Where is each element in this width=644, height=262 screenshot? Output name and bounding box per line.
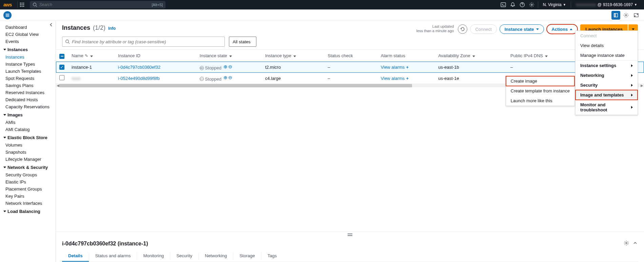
actions-button[interactable]: Actions [547, 24, 578, 34]
table-row[interactable]: ✓ instance-1 i-0d4c797cb0360ef32 Stopped… [56, 62, 644, 73]
cell-instance-id[interactable]: i-0524e490d8d99f8fb [118, 76, 160, 81]
connect-button[interactable]: Connect [470, 24, 496, 34]
tab-storage[interactable]: Storage [233, 250, 261, 262]
panel-splitter[interactable] [56, 232, 644, 238]
sidebar-item-ec2-global-view[interactable]: EC2 Global View [2, 31, 56, 38]
notifications-icon[interactable] [508, 0, 518, 9]
global-search-input[interactable] [39, 2, 152, 7]
details-expand-icon[interactable] [632, 240, 638, 247]
info-link[interactable]: Info [108, 26, 116, 31]
sidebar-section-instances[interactable]: Instances [2, 45, 56, 53]
nav-toggle-button[interactable] [3, 11, 12, 19]
row-checkbox[interactable] [59, 75, 64, 80]
sidebar-item-reserved-instances[interactable]: Reserved Instances [2, 89, 56, 96]
account-menu[interactable]: xxxxxxxxxx @9319-6636-1697 ▼ [572, 2, 641, 7]
sidebar-item-lifecycle-manager[interactable]: Lifecycle Manager [2, 156, 56, 163]
tab-details[interactable]: Details [62, 250, 89, 262]
cell-type: c4.large [262, 73, 325, 84]
tab-networking[interactable]: Networking [199, 250, 233, 262]
row-checkbox[interactable]: ✓ [59, 65, 64, 70]
sidebar-item-dashboard[interactable]: Dashboard [2, 24, 56, 31]
tab-status-alarms[interactable]: Status and alarms [89, 250, 137, 262]
sidebar-section-ebs[interactable]: Elastic Block Store [2, 133, 56, 141]
col-status-check[interactable]: Status check [324, 50, 377, 62]
cell-instance-id[interactable]: i-0d4c797cb0360ef32 [118, 65, 160, 70]
submenu-launch-more[interactable]: Launch more like this [506, 96, 574, 106]
sidebar-item-snapshots[interactable]: Snapshots [2, 149, 56, 156]
menu-connect[interactable]: Connect [575, 31, 638, 41]
submenu-create-template[interactable]: Create template from instance [506, 86, 574, 96]
details-settings-icon[interactable] [624, 240, 629, 247]
menu-image-and-templates[interactable]: Image and templates [575, 90, 638, 100]
col-instance-id[interactable]: Instance ID [115, 50, 196, 62]
instance-search-input[interactable] [72, 39, 222, 44]
refresh-button[interactable] [458, 24, 467, 34]
tab-tags[interactable]: Tags [261, 250, 283, 262]
cog-outline-icon[interactable] [622, 11, 630, 20]
sidebar-item-spot-requests[interactable]: Spot Requests [2, 75, 56, 82]
sidebar-item-events[interactable]: Events [2, 38, 56, 45]
col-availability-zone[interactable]: Availability Zone [435, 50, 507, 62]
menu-manage-instance-state[interactable]: Manage instance state [575, 50, 638, 60]
sidebar-item-capacity-reservations[interactable]: Capacity Reservations [2, 103, 56, 110]
sidebar-item-instance-types[interactable]: Instance Types [2, 61, 56, 68]
svg-rect-18 [614, 13, 616, 17]
zoom-out-icon[interactable]: ⊖ [228, 75, 232, 80]
sidebar-item-volumes[interactable]: Volumes [2, 141, 56, 149]
sidebar-section-load-balancing[interactable]: Load Balancing [2, 207, 56, 215]
svg-rect-24 [348, 234, 352, 234]
sidebar-collapse-icon[interactable] [49, 22, 54, 28]
cell-alarm-link[interactable]: View alarms+ [381, 76, 409, 81]
services-grid-icon[interactable] [19, 2, 25, 8]
submenu-create-image[interactable]: Create image [506, 76, 574, 86]
instance-search[interactable] [62, 37, 225, 47]
sidebar-item-savings-plans[interactable]: Savings Plans [2, 82, 56, 89]
sidebar-item-launch-templates[interactable]: Launch Templates [2, 68, 56, 75]
cloudshell-icon[interactable] [499, 0, 508, 9]
col-instance-type[interactable]: Instance type [262, 50, 325, 62]
sidebar-section-images[interactable]: Images [2, 110, 56, 119]
expand-icon[interactable] [632, 11, 641, 20]
panel-toggle-icon[interactable] [611, 11, 620, 20]
help-icon[interactable] [518, 0, 527, 9]
zoom-out-icon[interactable]: ⊖ [228, 64, 232, 69]
tab-monitoring[interactable]: Monitoring [137, 250, 170, 262]
svg-line-10 [36, 6, 37, 7]
sidebar-section-network-security[interactable]: Network & Security [2, 163, 56, 171]
sidebar-item-instances[interactable]: Instances [2, 53, 56, 61]
sidebar-item-key-pairs[interactable]: Key Pairs [2, 193, 56, 200]
svg-point-21 [66, 40, 69, 43]
col-public-dns[interactable]: Public IPv4 DNS [507, 50, 580, 62]
col-instance-state[interactable]: Instance state [196, 50, 262, 62]
select-all-checkbox[interactable] [59, 54, 64, 59]
sidebar-item-dedicated-hosts[interactable]: Dedicated Hosts [2, 96, 56, 103]
sidebar-item-amis[interactable]: AMIs [2, 119, 56, 126]
instance-state-button[interactable]: Instance state [500, 24, 544, 34]
settings-icon[interactable] [527, 0, 536, 9]
menu-networking[interactable]: Networking [575, 70, 638, 80]
cell-alarm-link[interactable]: View alarms+ [381, 65, 409, 70]
col-name[interactable]: Name✎ [68, 50, 115, 62]
sidebar-item-security-groups[interactable]: Security Groups [2, 171, 56, 178]
sidebar-item-placement-groups[interactable]: Placement Groups [2, 185, 56, 193]
sidebar-item-elastic-ips[interactable]: Elastic IPs [2, 178, 56, 185]
cell-dns: – [507, 62, 580, 73]
menu-monitor-troubleshoot[interactable]: Monitor and troubleshoot [575, 100, 638, 115]
zoom-in-icon[interactable]: ⊕ [223, 75, 228, 80]
menu-view-details[interactable]: View details [575, 41, 638, 50]
state-filter[interactable]: All states [229, 37, 256, 47]
zoom-in-icon[interactable]: ⊕ [223, 64, 228, 69]
aws-logo[interactable]: aws [3, 2, 12, 7]
account-name-blurred: xxxxxxxxxx [576, 2, 596, 7]
menu-security[interactable]: Security [575, 80, 638, 90]
edit-column-icon[interactable]: ✎ [85, 53, 88, 58]
col-alarm-status[interactable]: Alarm status [377, 50, 435, 62]
menu-instance-settings[interactable]: Instance settings [575, 61, 638, 70]
sidebar-item-network-interfaces[interactable]: Network Interfaces [2, 200, 56, 207]
global-search[interactable]: [Alt+S] [30, 1, 165, 8]
svg-rect-6 [20, 6, 21, 7]
tab-security[interactable]: Security [170, 250, 198, 262]
region-selector[interactable]: N. Virginia ▼ [540, 2, 569, 7]
sidebar-item-ami-catalog[interactable]: AMI Catalog [2, 126, 56, 133]
svg-point-26 [626, 242, 627, 244]
